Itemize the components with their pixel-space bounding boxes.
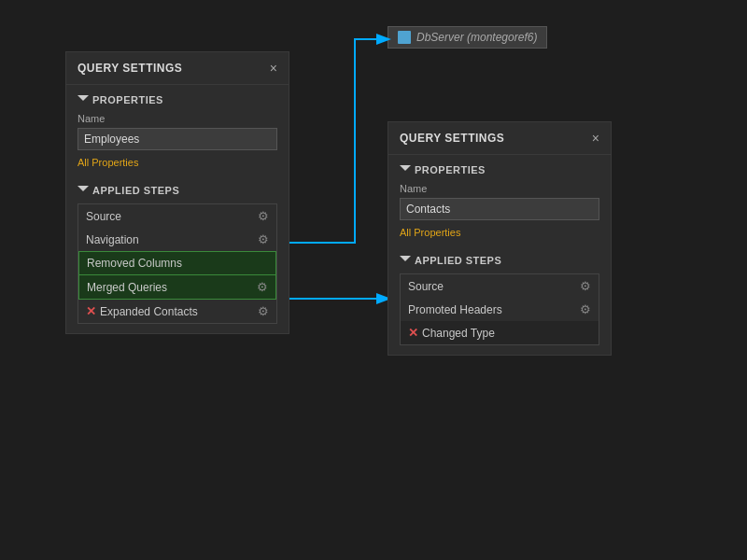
db-server-label: DbServer (montegoref6) <box>388 26 547 49</box>
left-step-source-name: Source <box>86 210 121 223</box>
right-panel-header: QUERY SETTINGS × <box>388 122 611 155</box>
left-step-navigation-gear-icon[interactable]: ⚙ <box>258 232 269 246</box>
right-step-source-name: Source <box>408 280 444 293</box>
left-name-label: Name <box>78 113 277 124</box>
left-step-source-gear-icon[interactable]: ⚙ <box>258 209 269 223</box>
left-steps-triangle-icon <box>78 186 89 196</box>
right-properties-section-header: PROPERTIES <box>400 164 599 175</box>
left-step-navigation[interactable]: Navigation ⚙ <box>78 228 276 251</box>
left-step-navigation-left: Navigation <box>86 233 139 246</box>
right-name-label: Name <box>400 183 599 194</box>
right-step-promoted-headers-left: Promoted Headers <box>408 303 502 316</box>
left-step-expanded-contacts[interactable]: ✕ Expanded Contacts ⚙ <box>78 300 276 323</box>
left-all-properties-link[interactable]: All Properties <box>78 157 138 168</box>
right-step-promoted-headers[interactable]: Promoted Headers ⚙ <box>401 298 599 321</box>
left-step-expanded-contacts-error-icon: ✕ <box>86 304 96 318</box>
left-properties-section-header: PROPERTIES <box>78 94 277 105</box>
left-step-expanded-contacts-name: Expanded Contacts <box>100 305 198 318</box>
right-applied-steps-section: APPLIED STEPS Source ⚙ Promoted Headers … <box>400 255 599 345</box>
left-step-source-left: Source <box>86 210 121 223</box>
right-step-source-gear-icon[interactable]: ⚙ <box>580 279 591 293</box>
left-step-removed-columns-left: Removed Columns <box>87 257 182 270</box>
left-properties-label: PROPERTIES <box>92 94 163 105</box>
right-step-changed-type-left: ✕ Changed Type <box>408 326 495 340</box>
right-step-source-left: Source <box>408 280 444 293</box>
right-panel-title: QUERY SETTINGS <box>400 132 504 145</box>
right-step-promoted-headers-name: Promoted Headers <box>408 303 502 316</box>
right-steps-triangle-icon <box>400 256 411 266</box>
right-name-input[interactable] <box>400 198 599 220</box>
right-step-changed-type-name: Changed Type <box>422 327 495 340</box>
right-steps-list: Source ⚙ Promoted Headers ⚙ ✕ Changed Ty… <box>400 273 599 345</box>
left-step-merged-queries-left: Merged Queries <box>87 281 167 294</box>
left-step-navigation-name: Navigation <box>86 233 139 246</box>
left-steps-section-header: APPLIED STEPS <box>78 185 277 196</box>
database-icon <box>398 31 411 44</box>
left-steps-list: Source ⚙ Navigation ⚙ Removed Columns <box>78 203 277 324</box>
left-properties-triangle-icon <box>78 95 89 105</box>
left-step-removed-columns[interactable]: Removed Columns <box>78 251 276 275</box>
left-steps-label: APPLIED STEPS <box>92 185 179 196</box>
right-panel-body: PROPERTIES Name All Properties APPLIED S… <box>388 155 611 355</box>
left-applied-steps-section: APPLIED STEPS Source ⚙ Navigation ⚙ <box>78 185 277 324</box>
right-step-changed-type-error-icon: ✕ <box>408 326 418 340</box>
left-step-source[interactable]: Source ⚙ <box>78 204 276 228</box>
left-name-input[interactable] <box>78 128 277 150</box>
right-properties-triangle-icon <box>400 165 411 175</box>
left-panel-header: QUERY SETTINGS × <box>66 52 289 85</box>
db-server-text: DbServer (montegoref6) <box>416 31 537 44</box>
right-panel-close-button[interactable]: × <box>592 132 599 145</box>
left-panel-body: PROPERTIES Name All Properties APPLIED S… <box>66 85 289 333</box>
left-step-merged-queries-gear-icon[interactable]: ⚙ <box>257 280 268 294</box>
right-step-promoted-headers-gear-icon[interactable]: ⚙ <box>580 302 591 316</box>
right-steps-section-header: APPLIED STEPS <box>400 255 599 266</box>
right-all-properties-link[interactable]: All Properties <box>400 227 460 238</box>
left-step-removed-columns-name: Removed Columns <box>87 257 182 270</box>
right-step-source[interactable]: Source ⚙ <box>401 274 599 298</box>
left-step-expanded-contacts-left: ✕ Expanded Contacts <box>86 304 198 318</box>
left-panel-title: QUERY SETTINGS <box>78 62 182 75</box>
right-steps-label: APPLIED STEPS <box>415 255 501 266</box>
left-step-merged-queries[interactable]: Merged Queries ⚙ <box>78 274 276 300</box>
left-step-merged-queries-name: Merged Queries <box>87 281 167 294</box>
left-panel-close-button[interactable]: × <box>270 62 277 75</box>
right-properties-label: PROPERTIES <box>415 164 486 175</box>
right-query-settings-panel: QUERY SETTINGS × PROPERTIES Name All Pro… <box>388 121 612 356</box>
right-step-changed-type[interactable]: ✕ Changed Type <box>401 321 599 344</box>
left-query-settings-panel: QUERY SETTINGS × PROPERTIES Name All Pro… <box>65 51 289 334</box>
left-step-expanded-contacts-gear-icon[interactable]: ⚙ <box>258 304 269 318</box>
